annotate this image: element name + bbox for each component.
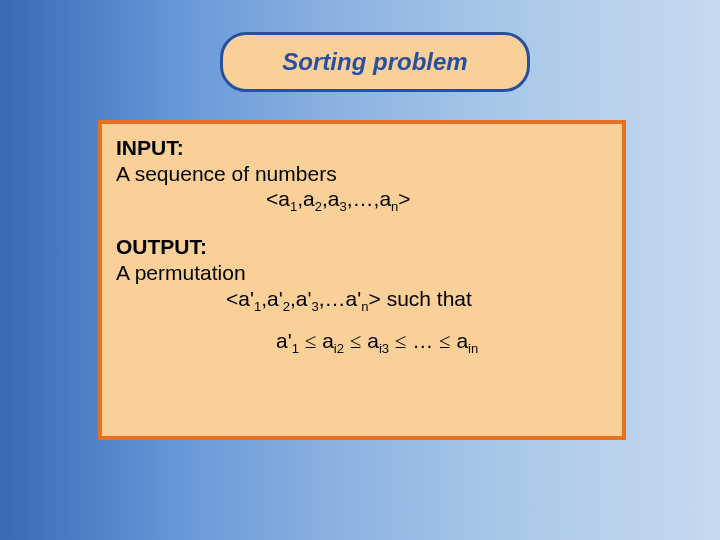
content-box: INPUT: A sequence of numbers <a1,a2,a3,……	[98, 120, 626, 440]
output-desc: A permutation	[116, 259, 608, 286]
input-desc: A sequence of numbers	[116, 160, 608, 187]
output-relation: a'1 ≤ ai2 ≤ ai3 ≤ … ≤ ain	[116, 329, 608, 354]
input-label: INPUT:	[116, 136, 608, 160]
title-text: Sorting problem	[282, 48, 467, 76]
title-box: Sorting problem	[220, 32, 530, 92]
output-label: OUTPUT:	[116, 235, 608, 259]
output-sequence: <a'1,a'2,a'3,…a'n> such that	[116, 287, 608, 311]
input-sequence: <a1,a2,a3,…,an>	[116, 187, 608, 211]
